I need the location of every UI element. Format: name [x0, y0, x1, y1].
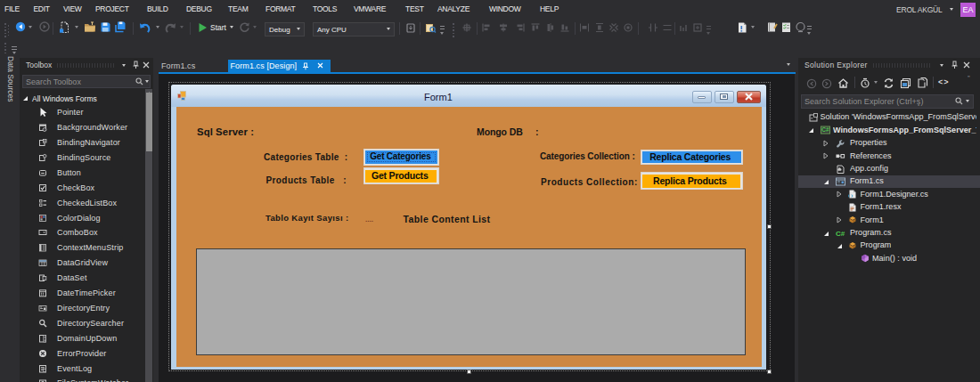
svg-text:C#: C# — [821, 127, 829, 134]
svg-text:C#: C# — [836, 230, 845, 238]
